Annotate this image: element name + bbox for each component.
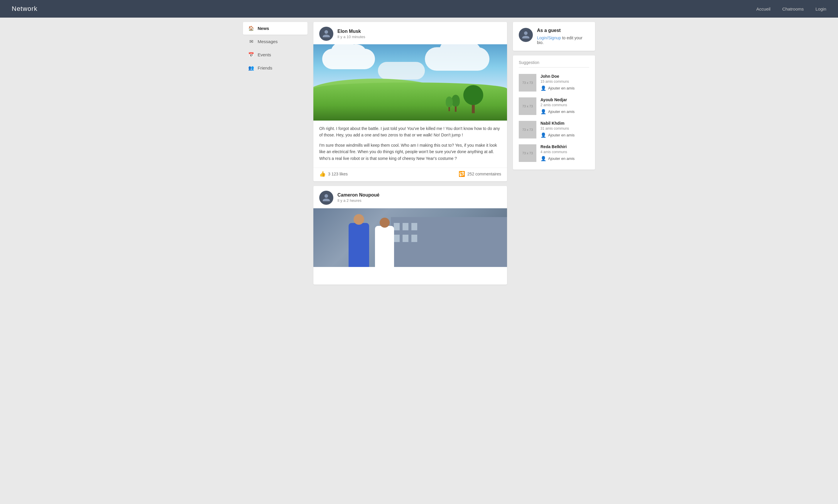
suggestion-item-3: 73 x 73 Reda Belkhiri 4 amis communs 👤 A… [519,141,589,165]
post-body-paragraph-1: Oh right. I forgot about the battle. I j… [319,125,501,139]
like-action-1[interactable]: 👍 3 123 likes [319,171,348,177]
suggestion-add-0[interactable]: 👤 Ajouter en amis [540,85,589,91]
suggestion-mutual-2: 31 amis communs [540,126,589,130]
post-time-2: Il y a 2 heures [337,198,379,203]
like-icon-1: 👍 [319,171,326,177]
sidebar-item-friends[interactable]: 👥 Friends [243,61,307,74]
person-2 [375,226,394,267]
nav-chatrooms[interactable]: Chatrooms [782,6,804,12]
right-panel: As a guest Login/Signup to edit your bio… [513,22,595,169]
cloud-3 [378,62,425,79]
suggestion-item-1: 73 x 73 Ayoub Nedjar 2 amis communs 👤 Aj… [519,94,589,118]
nav-accueil[interactable]: Accueil [756,6,770,12]
avatar-icon-2 [322,193,331,202]
tree-small-2 [445,96,453,111]
suggestion-avatar-3: 73 x 73 [519,144,536,162]
post-body-paragraph-2: I'm sure those windmills will keep them … [319,142,501,162]
tree-big [463,87,484,113]
suggestion-section: Suggestion 73 x 73 John Doe 15 amis comm… [513,55,595,169]
cloud-1 [322,49,375,69]
post-author-name-2: Cameron Noupoué [337,193,379,198]
guest-info: As a guest Login/Signup to edit your bio… [537,28,589,45]
sidebar: 🏠 News ✉ Messages 📅 Events 👥 Friends [243,22,307,75]
add-friend-icon-3: 👤 [540,156,546,161]
post-footer-1: 👍 3 123 likes 🔁 252 commentaires [314,167,507,181]
suggestion-avatar-size-1: 73 x 73 [522,105,533,108]
suggestion-add-label-3: Ajouter en amis [548,156,574,161]
comment-action-1[interactable]: 🔁 252 commentaires [459,171,501,177]
sidebar-item-messages-label: Messages [257,39,278,44]
post-image-2 [314,208,507,285]
post-author-info-2: Cameron Noupoué Il y a 2 heures [337,193,379,203]
add-friend-icon-0: 👤 [540,85,546,91]
sidebar-item-friends-label: Friends [257,66,272,70]
sidebar-item-events-label: Events [257,52,271,57]
suggestion-info-1: Ayoub Nedjar 2 amis communs 👤 Ajouter en… [540,97,589,114]
suggestion-avatar-size-3: 73 x 73 [522,151,533,155]
comment-count-1: 252 commentaires [467,172,501,176]
suggestion-avatar-size-0: 73 x 73 [522,81,533,85]
suggestion-add-label-0: Ajouter en amis [548,86,574,90]
mail-icon: ✉ [248,39,254,44]
suggestion-avatar-0: 73 x 73 [519,74,536,92]
building [391,217,507,267]
post-avatar-2 [319,191,333,205]
post-card-2: Cameron Noupoué Il y a 2 heures [314,186,507,285]
page-layout: 🏠 News ✉ Messages 📅 Events 👥 Friends [243,0,595,285]
urban-image [314,208,507,267]
cloud-2 [425,47,489,71]
sidebar-item-messages[interactable]: ✉ Messages [243,35,307,48]
suggestion-avatar-size-2: 73 x 73 [522,128,533,131]
suggestion-name-2: Nabil Khdim [540,121,589,126]
suggestion-add-2[interactable]: 👤 Ajouter en amis [540,132,589,138]
suggestion-item-0: 73 x 73 John Doe 15 amis communs 👤 Ajout… [519,71,589,94]
post-body-1: Oh right. I forgot about the battle. I j… [314,121,507,166]
avatar-icon-1 [322,29,331,38]
suggestion-mutual-1: 2 amis communs [540,103,589,107]
suggestion-mutual-0: 15 amis communs [540,79,589,84]
post-author-info-1: Elon Musk Il y a 10 minutes [337,29,365,39]
main-feed: Elon Musk Il y a 10 minutes [314,22,507,285]
guest-avatar-icon [521,31,530,39]
post-author-name-1: Elon Musk [337,29,365,34]
suggestion-name-0: John Doe [540,74,589,78]
post-header-2: Cameron Noupoué Il y a 2 heures [314,186,507,208]
post-header-1: Elon Musk Il y a 10 minutes [314,22,507,44]
suggestion-avatar-1: 73 x 73 [519,97,536,115]
post-card-1: Elon Musk Il y a 10 minutes [314,22,507,181]
post-image-1 [314,44,507,121]
suggestion-name-1: Ayoub Nedjar [540,97,589,102]
add-friend-icon-1: 👤 [540,109,546,114]
app-logo: Network [12,5,38,13]
app-header: Network Accueil Chatrooms Login [0,0,838,18]
suggestion-info-0: John Doe 15 amis communs 👤 Ajouter en am… [540,74,589,91]
sidebar-item-news-label: News [257,26,269,31]
login-signup-link[interactable]: Login/Signup [537,36,561,40]
people-icon: 👥 [248,65,254,71]
suggestion-add-1[interactable]: 👤 Ajouter en amis [540,109,589,114]
guest-card: As a guest Login/Signup to edit your bio… [513,22,595,51]
like-count-1: 3 123 likes [328,172,348,176]
suggestion-info-2: Nabil Khdim 31 amis communs 👤 Ajouter en… [540,121,589,138]
guest-name: As a guest [537,28,589,33]
nav-login[interactable]: Login [815,6,826,12]
post-avatar-1 [319,27,333,41]
suggestion-title: Suggestion [519,60,589,68]
suggestion-item-2: 73 x 73 Nabil Khdim 31 amis communs 👤 Aj… [519,118,589,141]
suggestion-mutual-3: 4 amis communs [540,150,589,154]
person-1 [349,223,369,267]
main-nav: Accueil Chatrooms Login [756,6,826,12]
guest-bio: Login/Signup to edit your bio. [537,36,589,45]
suggestion-name-3: Reda Belkhiri [540,144,589,149]
sidebar-item-events[interactable]: 📅 Events [243,49,307,61]
sidebar-item-news[interactable]: 🏠 News [243,22,307,35]
suggestion-avatar-2: 73 x 73 [519,121,536,139]
add-friend-icon-2: 👤 [540,132,546,138]
comment-icon-1: 🔁 [459,171,465,177]
suggestion-add-label-2: Ajouter en amis [548,133,574,137]
post-time-1: Il y a 10 minutes [337,35,365,39]
landscape-image [314,44,507,121]
suggestion-add-3[interactable]: 👤 Ajouter en amis [540,156,589,161]
suggestion-add-label-1: Ajouter en amis [548,109,574,114]
home-icon: 🏠 [248,25,254,31]
